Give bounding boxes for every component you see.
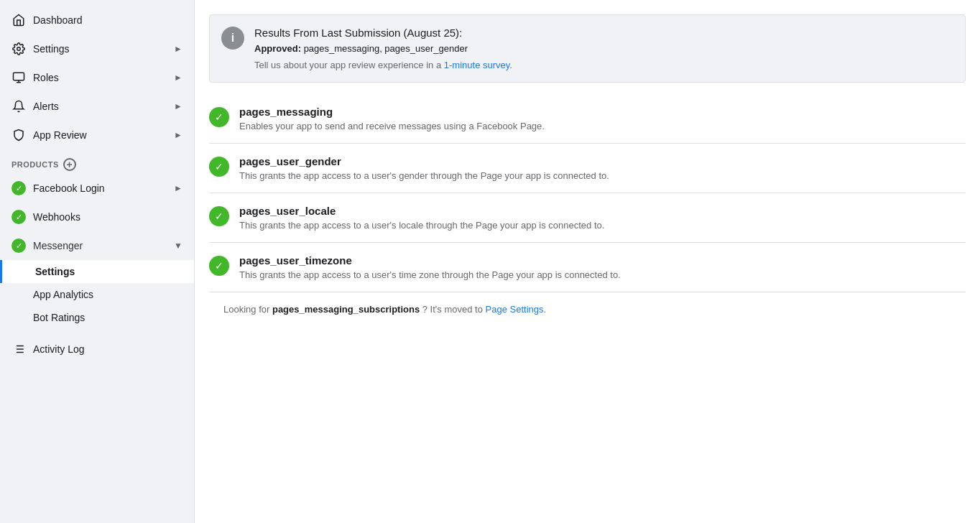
info-approved: Approved: pages_messaging, pages_user_ge… xyxy=(254,43,953,54)
sidebar-item-settings-label: Settings xyxy=(33,43,70,55)
sidebar-item-app-review[interactable]: App Review ► xyxy=(0,121,194,149)
sidebar-sub-item-app-analytics-label: App Analytics xyxy=(33,289,93,300)
shield-icon xyxy=(11,128,26,142)
messenger-check-icon: ✓ xyxy=(11,239,26,253)
chevron-right-icon: ► xyxy=(174,101,182,111)
permission-item-pages_messaging: ✓ pages_messaging Enables your app to se… xyxy=(209,94,966,143)
gear-icon xyxy=(11,42,26,56)
info-icon: i xyxy=(221,27,244,50)
sidebar-item-alerts[interactable]: Alerts ► xyxy=(0,92,194,121)
home-icon xyxy=(11,13,26,27)
info-box: i Results From Last Submission (August 2… xyxy=(209,14,966,83)
sidebar-item-dashboard-label: Dashboard xyxy=(33,14,83,26)
page-settings-link[interactable]: Page Settings xyxy=(486,304,544,315)
permission-name: pages_messaging xyxy=(239,106,545,118)
sidebar-item-messenger-label: Messenger xyxy=(33,240,83,251)
permission-desc: This grants the app access to a user's t… xyxy=(239,269,621,280)
products-section-label: PRODUCTS + xyxy=(0,149,194,174)
permission-desc: Enables your app to send and receive mes… xyxy=(239,121,545,131)
footer-link1: pages_messaging_subscriptions xyxy=(272,304,420,315)
permission-name: pages_user_gender xyxy=(239,155,609,167)
permission-item-pages_user_timezone: ✓ pages_user_timezone This grants the ap… xyxy=(209,242,966,292)
footer-text-middle: ? It's moved to xyxy=(422,304,483,315)
footer-note: Looking for pages_messaging_subscription… xyxy=(209,292,966,326)
info-content: Results From Last Submission (August 25)… xyxy=(254,27,953,70)
sidebar-item-roles-label: Roles xyxy=(33,72,59,83)
permissions-list: ✓ pages_messaging Enables your app to se… xyxy=(195,94,980,292)
sidebar-item-facebook-login-label: Facebook Login xyxy=(33,182,105,194)
facebook-login-check-icon: ✓ xyxy=(11,181,26,195)
approved-items: pages_messaging, pages_user_gender xyxy=(304,43,468,54)
main-content: i Results From Last Submission (August 2… xyxy=(195,0,980,523)
chevron-right-icon: ► xyxy=(174,73,182,83)
products-add-icon[interactable]: + xyxy=(63,158,76,171)
permission-check-icon: ✓ xyxy=(209,206,229,226)
permission-desc: This grants the app access to a user's l… xyxy=(239,220,604,231)
webhooks-check-icon: ✓ xyxy=(11,210,26,224)
sidebar-item-app-review-label: App Review xyxy=(33,129,87,141)
approved-label: Approved: xyxy=(254,43,301,54)
survey-text: Tell us about your app review experience… xyxy=(254,60,441,70)
permission-content: pages_user_timezone This grants the app … xyxy=(239,254,621,280)
sidebar-item-dashboard[interactable]: Dashboard xyxy=(0,6,194,34)
survey-end: . xyxy=(509,60,512,70)
sidebar: Dashboard Settings ► Roles ► Alerts ► xyxy=(0,0,194,523)
chevron-right-icon: ► xyxy=(174,183,182,193)
svg-rect-1 xyxy=(14,73,24,80)
activity-log-icon xyxy=(11,342,26,356)
permission-desc: This grants the app access to a user's g… xyxy=(239,170,609,181)
sidebar-sub-item-bot-ratings-label: Bot Ratings xyxy=(33,312,85,323)
sidebar-item-activity-log[interactable]: Activity Log xyxy=(0,335,194,364)
sidebar-item-messenger[interactable]: ✓ Messenger ▼ xyxy=(0,231,194,260)
permission-name: pages_user_timezone xyxy=(239,254,621,267)
footer-text-end: . xyxy=(543,304,546,315)
sidebar-item-settings[interactable]: Settings ► xyxy=(0,34,194,63)
permission-content: pages_user_gender This grants the app ac… xyxy=(239,155,609,181)
sidebar-item-webhooks[interactable]: ✓ Webhooks xyxy=(0,203,194,231)
chevron-right-icon: ► xyxy=(174,130,182,140)
sidebar-sub-item-bot-ratings[interactable]: Bot Ratings xyxy=(0,306,194,329)
sidebar-item-roles[interactable]: Roles ► xyxy=(0,63,194,92)
survey-link[interactable]: 1-minute survey xyxy=(444,60,510,70)
permission-check-icon: ✓ xyxy=(209,256,229,276)
sidebar-item-webhooks-label: Webhooks xyxy=(33,211,80,223)
permission-name: pages_user_locale xyxy=(239,205,604,217)
footer-text-before: Looking for xyxy=(223,304,269,315)
svg-point-0 xyxy=(17,47,21,51)
sidebar-item-facebook-login[interactable]: ✓ Facebook Login ► xyxy=(0,174,194,203)
sidebar-item-alerts-label: Alerts xyxy=(33,101,59,112)
sidebar-sub-item-settings-label: Settings xyxy=(35,266,75,277)
bell-icon xyxy=(11,99,26,114)
sidebar-item-activity-log-label: Activity Log xyxy=(33,343,85,355)
chevron-down-icon: ▼ xyxy=(174,241,182,251)
sidebar-sub-item-app-analytics[interactable]: App Analytics xyxy=(0,283,194,306)
info-title: Results From Last Submission (August 25)… xyxy=(254,27,953,39)
roles-icon xyxy=(11,70,26,85)
permission-check-icon: ✓ xyxy=(209,107,229,127)
sidebar-sub-item-messenger-settings[interactable]: Settings xyxy=(0,260,194,283)
chevron-right-icon: ► xyxy=(174,44,182,54)
permission-content: pages_user_locale This grants the app ac… xyxy=(239,205,604,231)
permission-item-pages_user_gender: ✓ pages_user_gender This grants the app … xyxy=(209,143,966,193)
permission-item-pages_user_locale: ✓ pages_user_locale This grants the app … xyxy=(209,193,966,242)
permission-content: pages_messaging Enables your app to send… xyxy=(239,106,545,131)
permission-check-icon: ✓ xyxy=(209,157,229,177)
info-survey: Tell us about your app review experience… xyxy=(254,60,953,70)
